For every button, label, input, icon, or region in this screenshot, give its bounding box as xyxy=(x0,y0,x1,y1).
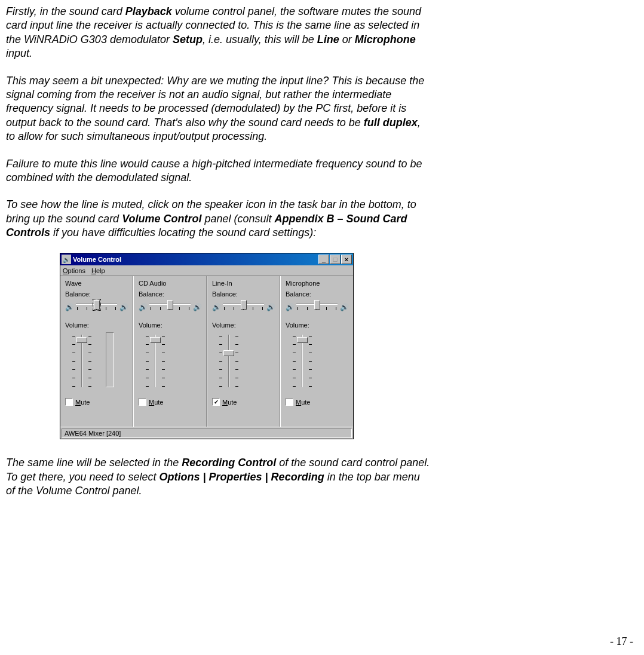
speaker-right-icon: 🔊 xyxy=(266,303,275,311)
paragraph-3: Failure to mute this line would cause a … xyxy=(6,157,430,185)
mute-control[interactable]: ✓Mute xyxy=(212,398,237,406)
menu-help[interactable]: Help xyxy=(91,267,105,274)
balance-slider[interactable] xyxy=(223,301,264,313)
volume-slider[interactable] xyxy=(219,332,238,390)
app-icon: 🔊 xyxy=(62,255,71,264)
balance-slider[interactable] xyxy=(149,301,191,313)
paragraph-1: Firstly, in the sound card Playback volu… xyxy=(6,5,430,61)
mixer-column-line-in: Line-InBalance:🔊🔊Volume:✓Mute xyxy=(207,276,280,427)
speaker-left-icon: 🔊 xyxy=(286,303,294,311)
mute-control[interactable]: Mute xyxy=(286,398,310,406)
menubar: Options Help xyxy=(60,265,353,276)
maximize-button[interactable]: □ xyxy=(330,255,341,264)
speaker-left-icon: 🔊 xyxy=(65,303,73,311)
column-title: Wave xyxy=(65,280,82,287)
balance-slider[interactable] xyxy=(76,301,117,313)
mute-label: Mute xyxy=(296,399,310,406)
volume-meter xyxy=(106,332,114,387)
balance-label: Balance: xyxy=(286,290,311,298)
mute-label: Mute xyxy=(149,399,163,406)
volume-label: Volume: xyxy=(286,322,309,329)
volume-label: Volume: xyxy=(212,322,236,329)
mute-checkbox[interactable] xyxy=(65,398,73,406)
volume-control-window: 🔊 Volume Control _ □ × Options Help Wave… xyxy=(60,253,354,439)
volume-label: Volume: xyxy=(65,322,89,329)
mixer-column-microphone: MicrophoneBalance:🔊🔊Volume:Mute xyxy=(280,276,353,427)
balance-label: Balance: xyxy=(212,290,238,298)
volume-label: Volume: xyxy=(139,322,162,329)
balance-control[interactable]: 🔊🔊 xyxy=(286,301,348,313)
column-title: Line-In xyxy=(212,280,232,287)
balance-label: Balance: xyxy=(139,290,164,298)
speaker-right-icon: 🔊 xyxy=(119,303,128,311)
status-bar: AWE64 Mixer [240] xyxy=(60,427,353,439)
mute-checkbox[interactable] xyxy=(139,398,146,406)
speaker-left-icon: 🔊 xyxy=(212,303,220,311)
mixer-column-wave: WaveBalance:🔊🔊Volume:Mute xyxy=(60,276,133,427)
mute-label: Mute xyxy=(75,399,90,406)
balance-slider[interactable] xyxy=(296,301,338,313)
mute-control[interactable]: Mute xyxy=(139,398,163,406)
page-number: - 17 - xyxy=(610,635,633,648)
volume-slider[interactable] xyxy=(72,332,91,390)
balance-control[interactable]: 🔊🔊 xyxy=(65,301,128,313)
close-button[interactable]: × xyxy=(341,255,352,264)
volume-slider[interactable] xyxy=(293,332,312,390)
menu-options[interactable]: Options xyxy=(63,267,85,274)
paragraph-5: The same line will be selected in the Re… xyxy=(6,456,430,498)
speaker-right-icon: 🔊 xyxy=(340,303,348,311)
speaker-right-icon: 🔊 xyxy=(193,303,201,311)
volume-slider[interactable] xyxy=(146,332,165,390)
mute-checkbox[interactable] xyxy=(286,398,293,406)
mute-control[interactable]: Mute xyxy=(65,398,90,406)
balance-control[interactable]: 🔊🔊 xyxy=(212,301,275,313)
mixer-body: WaveBalance:🔊🔊Volume:MuteCD AudioBalance… xyxy=(60,276,353,427)
speaker-left-icon: 🔊 xyxy=(139,303,147,311)
mixer-column-cd-audio: CD AudioBalance:🔊🔊Volume:Mute xyxy=(133,276,207,427)
window-title: Volume Control xyxy=(73,256,318,263)
balance-control[interactable]: 🔊🔊 xyxy=(139,301,201,313)
mute-checkbox[interactable]: ✓ xyxy=(212,398,220,406)
balance-label: Balance: xyxy=(65,290,91,298)
mute-label: Mute xyxy=(222,399,237,406)
column-title: CD Audio xyxy=(139,280,166,287)
paragraph-4: To see how the line is muted, click on t… xyxy=(6,198,430,240)
titlebar[interactable]: 🔊 Volume Control _ □ × xyxy=(60,253,353,265)
column-title: Microphone xyxy=(286,280,320,287)
paragraph-2: This may seem a bit unexpected: Why are … xyxy=(6,74,430,144)
minimize-button[interactable]: _ xyxy=(318,255,329,264)
